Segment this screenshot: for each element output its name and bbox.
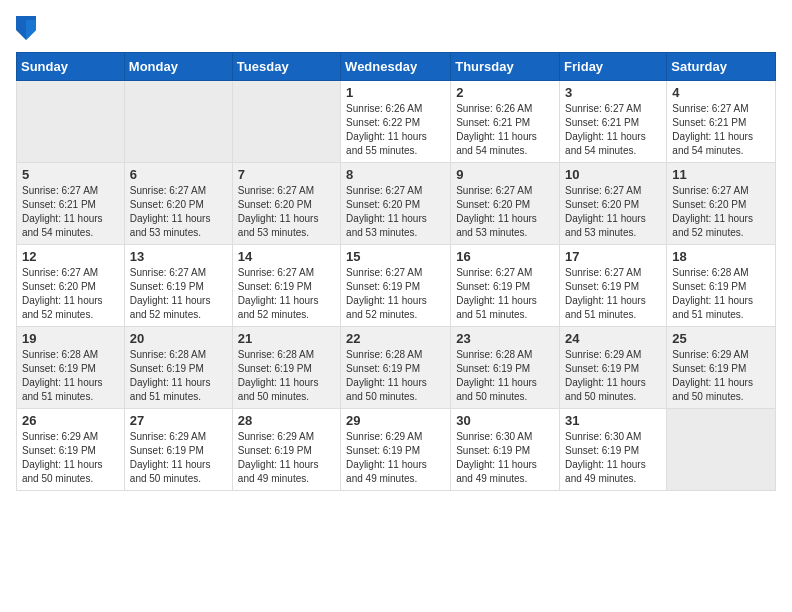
day-info: Sunrise: 6:29 AM Sunset: 6:19 PM Dayligh… [22,430,119,486]
day-number: 23 [456,331,554,346]
day-number: 30 [456,413,554,428]
day-number: 20 [130,331,227,346]
calendar-cell: 4Sunrise: 6:27 AM Sunset: 6:21 PM Daylig… [667,81,776,163]
day-info: Sunrise: 6:29 AM Sunset: 6:19 PM Dayligh… [346,430,445,486]
day-info: Sunrise: 6:26 AM Sunset: 6:22 PM Dayligh… [346,102,445,158]
day-info: Sunrise: 6:28 AM Sunset: 6:19 PM Dayligh… [22,348,119,404]
calendar-header: SundayMondayTuesdayWednesdayThursdayFrid… [17,53,776,81]
day-info: Sunrise: 6:30 AM Sunset: 6:19 PM Dayligh… [456,430,554,486]
day-number: 10 [565,167,661,182]
day-info: Sunrise: 6:28 AM Sunset: 6:19 PM Dayligh… [238,348,335,404]
day-number: 15 [346,249,445,264]
day-info: Sunrise: 6:27 AM Sunset: 6:20 PM Dayligh… [22,266,119,322]
calendar-table: SundayMondayTuesdayWednesdayThursdayFrid… [16,52,776,491]
calendar-cell: 29Sunrise: 6:29 AM Sunset: 6:19 PM Dayli… [341,409,451,491]
day-info: Sunrise: 6:27 AM Sunset: 6:19 PM Dayligh… [238,266,335,322]
calendar-cell: 20Sunrise: 6:28 AM Sunset: 6:19 PM Dayli… [124,327,232,409]
day-number: 12 [22,249,119,264]
day-info: Sunrise: 6:28 AM Sunset: 6:19 PM Dayligh… [456,348,554,404]
calendar-cell: 15Sunrise: 6:27 AM Sunset: 6:19 PM Dayli… [341,245,451,327]
day-number: 4 [672,85,770,100]
calendar-cell [232,81,340,163]
day-number: 11 [672,167,770,182]
day-number: 14 [238,249,335,264]
col-header-friday: Friday [560,53,667,81]
col-header-thursday: Thursday [451,53,560,81]
day-info: Sunrise: 6:27 AM Sunset: 6:19 PM Dayligh… [130,266,227,322]
day-number: 24 [565,331,661,346]
day-number: 28 [238,413,335,428]
calendar-cell: 27Sunrise: 6:29 AM Sunset: 6:19 PM Dayli… [124,409,232,491]
svg-marker-1 [26,20,36,40]
calendar-cell: 5Sunrise: 6:27 AM Sunset: 6:21 PM Daylig… [17,163,125,245]
day-number: 19 [22,331,119,346]
day-number: 31 [565,413,661,428]
col-header-monday: Monday [124,53,232,81]
day-number: 22 [346,331,445,346]
day-number: 9 [456,167,554,182]
day-number: 29 [346,413,445,428]
calendar-cell: 18Sunrise: 6:28 AM Sunset: 6:19 PM Dayli… [667,245,776,327]
day-info: Sunrise: 6:27 AM Sunset: 6:19 PM Dayligh… [346,266,445,322]
day-info: Sunrise: 6:27 AM Sunset: 6:20 PM Dayligh… [672,184,770,240]
day-number: 5 [22,167,119,182]
day-number: 1 [346,85,445,100]
day-number: 7 [238,167,335,182]
calendar-cell: 10Sunrise: 6:27 AM Sunset: 6:20 PM Dayli… [560,163,667,245]
calendar-cell: 3Sunrise: 6:27 AM Sunset: 6:21 PM Daylig… [560,81,667,163]
day-info: Sunrise: 6:27 AM Sunset: 6:20 PM Dayligh… [130,184,227,240]
week-row-3: 12Sunrise: 6:27 AM Sunset: 6:20 PM Dayli… [17,245,776,327]
calendar-body: 1Sunrise: 6:26 AM Sunset: 6:22 PM Daylig… [17,81,776,491]
calendar-cell: 14Sunrise: 6:27 AM Sunset: 6:19 PM Dayli… [232,245,340,327]
week-row-4: 19Sunrise: 6:28 AM Sunset: 6:19 PM Dayli… [17,327,776,409]
day-number: 13 [130,249,227,264]
day-info: Sunrise: 6:27 AM Sunset: 6:21 PM Dayligh… [672,102,770,158]
day-number: 6 [130,167,227,182]
calendar-cell [17,81,125,163]
calendar-cell [667,409,776,491]
day-info: Sunrise: 6:29 AM Sunset: 6:19 PM Dayligh… [238,430,335,486]
calendar-cell: 25Sunrise: 6:29 AM Sunset: 6:19 PM Dayli… [667,327,776,409]
calendar-cell: 19Sunrise: 6:28 AM Sunset: 6:19 PM Dayli… [17,327,125,409]
calendar-cell: 9Sunrise: 6:27 AM Sunset: 6:20 PM Daylig… [451,163,560,245]
calendar-cell: 21Sunrise: 6:28 AM Sunset: 6:19 PM Dayli… [232,327,340,409]
day-number: 21 [238,331,335,346]
calendar-cell: 28Sunrise: 6:29 AM Sunset: 6:19 PM Dayli… [232,409,340,491]
calendar-cell: 7Sunrise: 6:27 AM Sunset: 6:20 PM Daylig… [232,163,340,245]
calendar-cell: 16Sunrise: 6:27 AM Sunset: 6:19 PM Dayli… [451,245,560,327]
day-info: Sunrise: 6:27 AM Sunset: 6:20 PM Dayligh… [238,184,335,240]
day-info: Sunrise: 6:27 AM Sunset: 6:19 PM Dayligh… [565,266,661,322]
logo [16,16,40,40]
calendar-cell: 22Sunrise: 6:28 AM Sunset: 6:19 PM Dayli… [341,327,451,409]
calendar-cell: 12Sunrise: 6:27 AM Sunset: 6:20 PM Dayli… [17,245,125,327]
day-info: Sunrise: 6:28 AM Sunset: 6:19 PM Dayligh… [672,266,770,322]
calendar-cell [124,81,232,163]
day-info: Sunrise: 6:28 AM Sunset: 6:19 PM Dayligh… [346,348,445,404]
calendar-cell: 24Sunrise: 6:29 AM Sunset: 6:19 PM Dayli… [560,327,667,409]
day-info: Sunrise: 6:27 AM Sunset: 6:21 PM Dayligh… [565,102,661,158]
logo-icon [16,16,36,40]
calendar-cell: 11Sunrise: 6:27 AM Sunset: 6:20 PM Dayli… [667,163,776,245]
day-number: 25 [672,331,770,346]
calendar-cell: 13Sunrise: 6:27 AM Sunset: 6:19 PM Dayli… [124,245,232,327]
week-row-5: 26Sunrise: 6:29 AM Sunset: 6:19 PM Dayli… [17,409,776,491]
day-info: Sunrise: 6:27 AM Sunset: 6:19 PM Dayligh… [456,266,554,322]
col-header-wednesday: Wednesday [341,53,451,81]
calendar-cell: 8Sunrise: 6:27 AM Sunset: 6:20 PM Daylig… [341,163,451,245]
day-info: Sunrise: 6:26 AM Sunset: 6:21 PM Dayligh… [456,102,554,158]
day-number: 18 [672,249,770,264]
day-number: 8 [346,167,445,182]
page-header [16,16,776,40]
day-info: Sunrise: 6:30 AM Sunset: 6:19 PM Dayligh… [565,430,661,486]
day-info: Sunrise: 6:29 AM Sunset: 6:19 PM Dayligh… [672,348,770,404]
calendar-cell: 6Sunrise: 6:27 AM Sunset: 6:20 PM Daylig… [124,163,232,245]
day-info: Sunrise: 6:27 AM Sunset: 6:20 PM Dayligh… [565,184,661,240]
day-info: Sunrise: 6:27 AM Sunset: 6:20 PM Dayligh… [346,184,445,240]
calendar-cell: 26Sunrise: 6:29 AM Sunset: 6:19 PM Dayli… [17,409,125,491]
day-info: Sunrise: 6:27 AM Sunset: 6:20 PM Dayligh… [456,184,554,240]
day-number: 2 [456,85,554,100]
day-info: Sunrise: 6:28 AM Sunset: 6:19 PM Dayligh… [130,348,227,404]
days-of-week-row: SundayMondayTuesdayWednesdayThursdayFrid… [17,53,776,81]
col-header-saturday: Saturday [667,53,776,81]
day-number: 3 [565,85,661,100]
